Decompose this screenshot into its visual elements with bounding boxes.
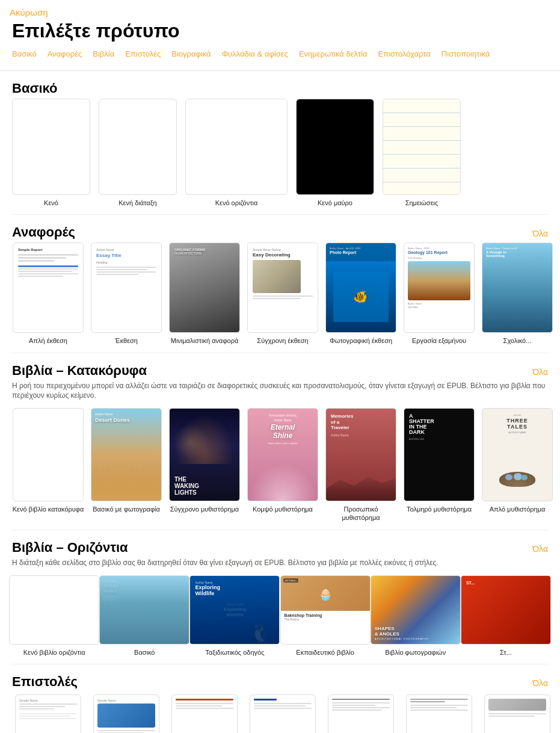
template-blank[interactable]: Κενό: [12, 99, 90, 207]
template-bold-novel[interactable]: ASHATTERIN THEDARK ACTION LINE Τολμηρό μ…: [403, 408, 475, 522]
template-notes[interactable]: Σημειώσεις: [383, 99, 461, 207]
template-letter-5[interactable]: [325, 694, 397, 733]
basic-section-title: Βασικό: [12, 81, 58, 96]
template-modern-essay[interactable]: Simple Home Styling Easy Decorating Σύγχ…: [247, 243, 319, 345]
template-educational[interactable]: 🧁 Bakeshop Training The Basics 4th Editi…: [283, 575, 368, 657]
basic-template-grid: Κενό Κενή διάταξη Κενό οριζόντια Κενό μα…: [12, 99, 548, 207]
books-vertical-subtitle: Η ροή του περιεχομένου μπορεί να αλλάζει…: [12, 381, 548, 401]
template-travel-guide[interactable]: Author Name ExploringWildlife 🐧 Author N…: [192, 575, 277, 657]
tab-basic[interactable]: Βασικό: [12, 49, 37, 58]
tab-flyers[interactable]: Φυλλάδια & αφίσες: [222, 49, 288, 58]
template-black[interactable]: Κενό μαύρο: [296, 99, 374, 207]
template-blank-layout[interactable]: Κενή διάταξη: [99, 99, 177, 207]
template-letter-4[interactable]: [247, 694, 319, 733]
books-horizontal-subtitle: Η διάταξη κάθε σελίδας στο βιβλίο σας θα…: [12, 558, 548, 568]
tab-books[interactable]: Βιβλία: [93, 49, 114, 58]
letters-see-all[interactable]: Όλα: [532, 678, 548, 688]
books-vertical-grid: Κενό βιβλίο κατακόρυφα Author Name Deser…: [12, 408, 548, 522]
template-photo-report[interactable]: Author Name · April 00, 0000 Photo Repor…: [325, 243, 397, 345]
tab-certificates[interactable]: Πιστοποιητικά: [442, 49, 490, 58]
letters-section: Επιστολές Όλα Sender Name Sen: [0, 664, 560, 733]
template-school[interactable]: Author Name · Classroom 00 A Voyage to S…: [481, 243, 553, 345]
books-vertical-see-all[interactable]: Όλα: [532, 367, 548, 377]
template-blank-landscape[interactable]: Κενό οριζόντια: [185, 99, 288, 207]
template-letter-1[interactable]: Sender Name: [12, 694, 84, 733]
template-photo-book[interactable]: SHAPES& ANGLES ARCHITECTURAL PHOTOGRAPHY…: [374, 575, 458, 657]
reports-section: Αναφορές Όλα Simple Report Απλή έκθεση A…: [0, 215, 560, 350]
basic-section: Βασικό Κενό Κενή διάταξη Κενό οριζόντια …: [0, 71, 560, 212]
letters-section-title: Επιστολές: [12, 674, 78, 690]
template-term-paper[interactable]: Author Name · 0000 Geology 101 Report Su…: [403, 243, 475, 345]
books-horizontal-title: Βιβλία – Οριζόντια: [12, 540, 128, 555]
tab-letters[interactable]: Επιστολές: [125, 49, 161, 58]
template-simple-novel[interactable]: a book THREETALES author name Απλό μυθισ…: [481, 408, 553, 522]
template-modern-novel[interactable]: THEWAKINGLIGHTS Σύγχρονο μυθιστόρημα: [168, 408, 241, 522]
books-horizontal-section: Βιβλία – Οριζόντια Όλα Η διάταξη κάθε σε…: [0, 530, 560, 661]
template-letter-3[interactable]: [168, 694, 241, 733]
reports-section-title: Αναφορές: [12, 224, 75, 240]
nav-tabs: Βασικό Αναφορές Βιβλία Επιστολές Βιογραφ…: [0, 49, 560, 71]
template-minimal-report[interactable]: ORGANIC FORMS IN ARCHITECTURE Μινιμαλιστ…: [168, 243, 241, 345]
letters-grid: Sender Name Sender Name: [12, 694, 548, 733]
tab-reports[interactable]: Αναφορές: [48, 49, 82, 58]
template-desert-dunes[interactable]: Author Name Desert Dunes Βασικό με φωτογ…: [90, 408, 162, 522]
page-title: Επιλέξτε πρότυπο: [0, 20, 560, 49]
template-letter-2[interactable]: Sender Name: [90, 694, 162, 733]
template-letter-7[interactable]: [481, 694, 553, 733]
books-horizontal-grid: Κενό βιβλίο οριζόντια Author Name OceanV…: [12, 575, 548, 657]
template-blank-book[interactable]: Κενό βιβλίο κατακόρυφα: [12, 408, 84, 522]
books-vertical-title: Βιβλία – Κατακόρυφα: [12, 363, 147, 379]
reports-grid: Simple Report Απλή έκθεση Author Name Es…: [12, 243, 548, 345]
template-simple-report[interactable]: Simple Report Απλή έκθεση: [12, 243, 84, 345]
template-elegant-novel[interactable]: Τυπογραφία αλλαγής Author Name EternalSh…: [247, 408, 319, 522]
template-basic-hbook[interactable]: Author Name OceanViews Highlights FromMy…: [102, 575, 186, 657]
template-blank-hbook[interactable]: Κενό βιβλίο οριζόντια: [12, 575, 96, 657]
template-letter-6[interactable]: [403, 694, 475, 733]
tab-bio[interactable]: Βιογραφικά: [171, 49, 211, 58]
reports-see-all[interactable]: Όλα: [532, 229, 548, 238]
tab-letterhead[interactable]: Επιστολόχαρτα: [378, 49, 431, 58]
template-personal-novel[interactable]: Memoriesof aTraveler Author Name Προσωπι…: [325, 408, 397, 522]
books-vertical-section: Βιβλία – Κατακόρυφα Όλα Η ροή του περιεχ…: [0, 353, 560, 527]
tab-newsletters[interactable]: Ενημερωτικά δελτία: [299, 49, 368, 58]
template-style[interactable]: St... Στ...: [464, 575, 548, 657]
books-horizontal-see-all[interactable]: Όλα: [532, 544, 548, 554]
template-essay[interactable]: Author Name Essay Title Heading Έκθεση: [90, 243, 162, 345]
cancel-button[interactable]: Ακύρωση: [0, 0, 58, 20]
